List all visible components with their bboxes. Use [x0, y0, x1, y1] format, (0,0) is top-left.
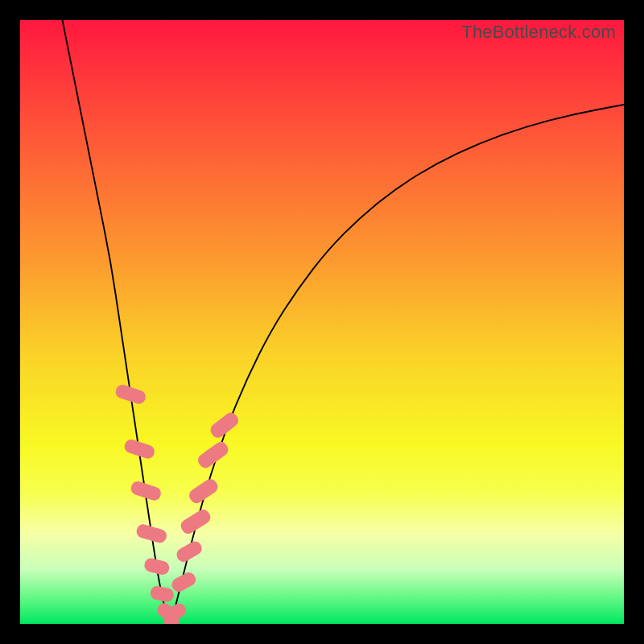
plot-area: TheBottleneck.com: [20, 20, 624, 624]
curve-layer: [20, 20, 624, 624]
curve-right-branch: [171, 105, 625, 624]
watermark-text: TheBottleneck.com: [461, 22, 616, 43]
chart-frame: TheBottleneck.com: [0, 0, 644, 644]
